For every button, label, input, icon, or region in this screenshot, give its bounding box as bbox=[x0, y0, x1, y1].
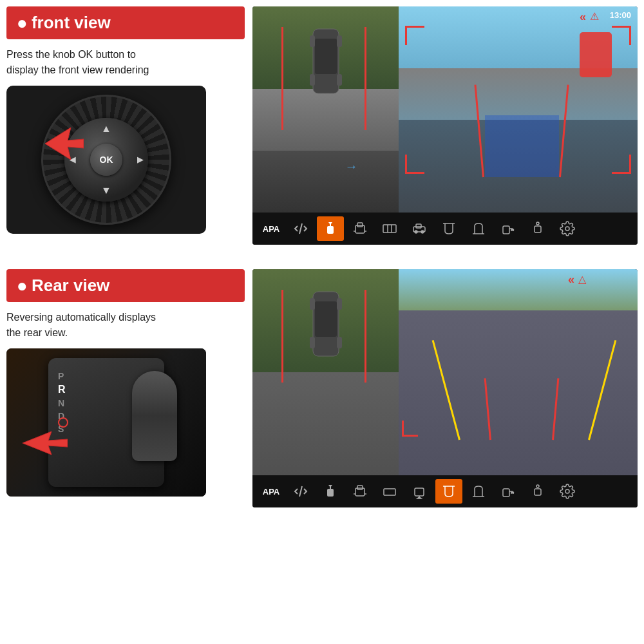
rear-description: Reversing automatically displays the rea… bbox=[6, 307, 245, 343]
rear-camera-container: « △ APA bbox=[252, 269, 638, 507]
svg-marker-45 bbox=[417, 497, 421, 498]
svg-point-52 bbox=[565, 489, 569, 493]
svg-marker-28 bbox=[23, 431, 68, 455]
corner-br bbox=[612, 155, 631, 174]
svg-rect-31 bbox=[310, 298, 315, 310]
knob-ok-label: OK bbox=[100, 155, 113, 165]
rear-toolbar-apa[interactable]: APA bbox=[258, 479, 285, 504]
svg-point-51 bbox=[536, 485, 539, 488]
spacer bbox=[6, 256, 638, 269]
svg-rect-23 bbox=[503, 226, 509, 234]
front-title-text: front view bbox=[32, 13, 111, 33]
rear-toolbar: APA bbox=[252, 475, 638, 507]
svg-rect-4 bbox=[337, 35, 342, 47]
front-knob-image: ▲ ▼ ◀ ▶ OK bbox=[6, 86, 206, 234]
toolbar-car-front[interactable] bbox=[346, 216, 374, 241]
svg-point-27 bbox=[565, 227, 569, 231]
svg-marker-0 bbox=[45, 128, 84, 160]
rear-cam-right: « △ bbox=[399, 269, 638, 475]
gear-lever bbox=[132, 371, 177, 461]
svg-rect-18 bbox=[416, 224, 421, 228]
toolbar-car-up[interactable] bbox=[317, 216, 344, 241]
rear-toolbar-car-turn[interactable] bbox=[495, 479, 522, 504]
knob-ok-button[interactable]: OK bbox=[90, 144, 122, 176]
front-camera-container: → 13:00 « ⚠ bbox=[252, 6, 638, 245]
road-guide-left bbox=[474, 84, 484, 177]
rear-title-bar: ● Rear view bbox=[6, 269, 245, 302]
rear-bullet: ● bbox=[17, 277, 28, 295]
road-guide-right bbox=[559, 84, 569, 177]
gear-panel: P R N D S bbox=[48, 358, 164, 487]
svg-rect-32 bbox=[337, 298, 342, 310]
toolbar-car-turn[interactable] bbox=[495, 216, 522, 241]
toolbar-settings[interactable] bbox=[554, 216, 581, 241]
car-top-view-rear bbox=[307, 289, 345, 359]
front-warning-icons: « ⚠ bbox=[580, 10, 599, 24]
knob-arrow-up: ▲ bbox=[101, 123, 111, 135]
gear-r: R bbox=[58, 384, 66, 395]
svg-rect-5 bbox=[310, 74, 315, 86]
svg-rect-50 bbox=[535, 489, 541, 495]
front-camera-view: → 13:00 « ⚠ bbox=[252, 6, 638, 245]
rear-warning-triangle: △ bbox=[578, 273, 586, 287]
knob-arrow-down: ▼ bbox=[101, 185, 111, 196]
target-car bbox=[580, 32, 612, 77]
front-toolbar: APA bbox=[252, 213, 638, 245]
rear-left-col: ● Rear view Reversing automatically disp… bbox=[6, 269, 245, 507]
toolbar-park-u2[interactable] bbox=[465, 216, 492, 241]
toolbar-park-u[interactable] bbox=[435, 216, 462, 241]
rear-toolbar-car-front[interactable] bbox=[346, 479, 374, 504]
rear-toolbar-car-down[interactable] bbox=[406, 479, 433, 504]
svg-marker-49 bbox=[511, 492, 514, 493]
gear-red-arrow bbox=[23, 430, 68, 459]
corner-bl bbox=[405, 155, 424, 174]
svg-rect-2 bbox=[315, 39, 337, 74]
svg-rect-35 bbox=[327, 489, 334, 497]
toolbar-apa[interactable]: APA bbox=[258, 216, 285, 241]
svg-rect-39 bbox=[357, 486, 363, 489]
warning-chevron-icon: « bbox=[580, 10, 586, 24]
front-left-col: ● front view Press the knob OK button to… bbox=[6, 6, 245, 245]
rear-toolbar-wide[interactable] bbox=[376, 479, 403, 504]
red-arrow-pointer bbox=[45, 128, 84, 162]
svg-point-19 bbox=[415, 231, 417, 233]
warning-triangle-icon: ⚠ bbox=[590, 10, 599, 24]
svg-marker-37 bbox=[328, 485, 332, 488]
rear-toolbar-car-circle[interactable] bbox=[524, 479, 551, 504]
front-cam-right: 13:00 « ⚠ bbox=[399, 6, 638, 213]
rear-corner-bl bbox=[402, 421, 418, 437]
car-top-view bbox=[307, 26, 345, 97]
front-title-bar: ● front view bbox=[6, 6, 245, 39]
svg-point-26 bbox=[536, 222, 539, 225]
svg-rect-33 bbox=[310, 337, 315, 348]
corner-tl bbox=[405, 26, 424, 45]
rear-red-guide-r bbox=[552, 378, 559, 440]
rear-camera-screens: « △ bbox=[252, 269, 638, 475]
rear-title-text: Rear view bbox=[32, 276, 109, 296]
svg-rect-11 bbox=[357, 223, 363, 227]
svg-rect-7 bbox=[327, 226, 334, 234]
rear-toolbar-car-up[interactable] bbox=[317, 479, 344, 504]
front-view-section: ● front view Press the knob OK button to… bbox=[6, 6, 638, 245]
front-left-red-line-l bbox=[281, 27, 283, 130]
toolbar-wide[interactable] bbox=[376, 216, 403, 241]
rear-toolbar-arrows[interactable] bbox=[287, 479, 314, 504]
rear-left-red-line-l bbox=[281, 290, 283, 383]
gear-shift-image: P R N D S bbox=[6, 348, 206, 497]
gear-indicator bbox=[58, 417, 68, 428]
svg-marker-24 bbox=[511, 229, 514, 231]
toolbar-arrows[interactable] bbox=[287, 216, 314, 241]
rear-yellow-guide-l bbox=[432, 340, 460, 440]
front-camera-screens: → 13:00 « ⚠ bbox=[252, 6, 638, 213]
rear-toolbar-park-u2[interactable] bbox=[465, 479, 492, 504]
blue-arrow: → bbox=[345, 159, 358, 174]
corner-tr bbox=[612, 26, 631, 45]
svg-rect-3 bbox=[310, 35, 315, 47]
svg-rect-48 bbox=[503, 489, 509, 497]
rear-yellow-guide-r bbox=[588, 340, 616, 440]
toolbar-car-side[interactable] bbox=[406, 216, 433, 241]
toolbar-car-circle[interactable] bbox=[524, 216, 551, 241]
page-wrapper: ● front view Press the knob OK button to… bbox=[0, 0, 644, 644]
rear-toolbar-park-u-active[interactable] bbox=[435, 479, 462, 504]
rear-toolbar-settings[interactable] bbox=[554, 479, 581, 504]
